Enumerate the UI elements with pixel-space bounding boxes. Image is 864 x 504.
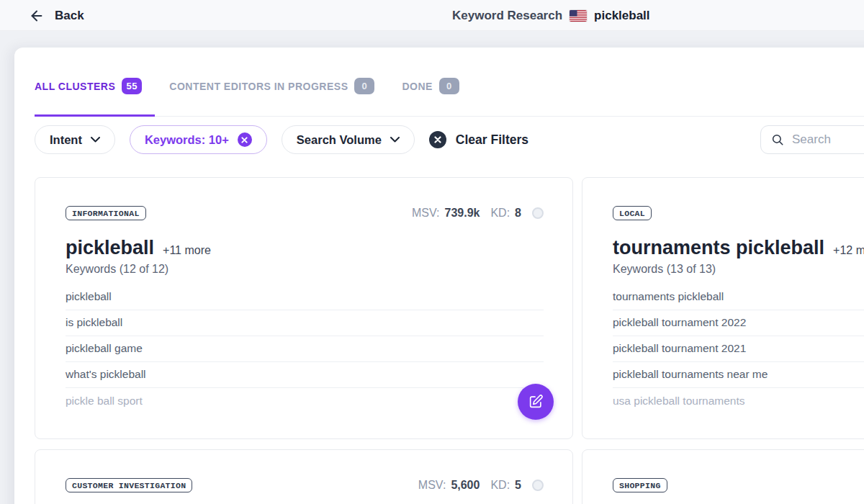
- page-title: Keyword Research: [452, 9, 562, 23]
- msv-value: 5,600: [451, 479, 480, 492]
- main-panel: ALL CLUSTERS 55 CONTENT EDITORS IN PROGR…: [14, 48, 864, 504]
- cluster-title: pickleball: [66, 237, 154, 259]
- kd-label: KD:: [490, 207, 510, 220]
- tab-label: CONTENT EDITORS IN PROGRESS: [169, 81, 348, 92]
- kd-ring-icon: [532, 207, 544, 219]
- keyword-row: pickleball: [66, 284, 544, 310]
- back-label: Back: [55, 9, 84, 23]
- search-input[interactable]: [792, 132, 864, 147]
- keyword-row: what's pickleball: [66, 362, 544, 388]
- keyword-list: tournaments pickleballpickleball tournam…: [613, 284, 864, 388]
- top-bar: Back Keyword Research pickleball: [0, 0, 864, 31]
- header-title-group: Keyword Research pickleball: [452, 0, 650, 31]
- edit-cluster-button[interactable]: [518, 384, 554, 420]
- filter-row: Intent Keywords: 10+ Search Volume: [35, 125, 864, 154]
- intent-filter-dropdown[interactable]: Intent: [35, 125, 115, 154]
- edit-pencil-icon: [528, 394, 544, 410]
- intent-filter-label: Intent: [50, 133, 82, 147]
- card-top-row: INFORMATIONAL MSV: 739.9k KD: 8: [66, 206, 544, 220]
- tabs-bar: ALL CLUSTERS 55 CONTENT EDITORS IN PROGR…: [35, 72, 864, 117]
- card-title-row: pickleball +11 more: [66, 237, 544, 259]
- card-top-row: SHOPPING: [613, 478, 864, 492]
- kd-label: KD:: [490, 479, 510, 492]
- keywords-count-label: Keywords (13 of 13): [613, 263, 864, 276]
- card-title-row: tournaments pickleball +12 more: [613, 237, 864, 259]
- search-volume-filter-dropdown[interactable]: Search Volume: [282, 125, 415, 154]
- tab-count-badge: 0: [354, 78, 374, 94]
- clear-filters-button[interactable]: Clear Filters: [429, 131, 528, 148]
- keyword-list: pickleballis pickleballpickleball gamewh…: [66, 284, 544, 388]
- card-top-row: LOCAL: [613, 206, 864, 220]
- cluster-title: tournaments pickleball: [613, 237, 824, 259]
- chevron-down-icon: [390, 137, 400, 143]
- tab-all-clusters[interactable]: ALL CLUSTERS 55: [35, 72, 155, 117]
- metrics-group: MSV: 739.9k KD: 8: [412, 207, 544, 220]
- intent-badge: SHOPPING: [613, 478, 667, 492]
- x-icon: [434, 136, 441, 143]
- msv-label: MSV:: [412, 207, 440, 220]
- keyword-row-faded: usa pickleball tournaments: [613, 388, 864, 414]
- search-volume-filter-label: Search Volume: [297, 133, 382, 147]
- metrics-group: MSV: 5,600 KD: 5: [418, 479, 544, 492]
- intent-badge: CUSTOMER INVESTIGATION: [66, 478, 192, 492]
- search-box[interactable]: [760, 125, 864, 154]
- search-icon: [771, 133, 784, 146]
- remove-keywords-filter-button[interactable]: [238, 132, 252, 147]
- card-top-row: CUSTOMER INVESTIGATION MSV: 5,600 KD: 5: [66, 478, 544, 492]
- tab-content-editors-in-progress[interactable]: CONTENT EDITORS IN PROGRESS 0: [169, 72, 387, 117]
- keyword-row: is pickleball: [66, 310, 544, 336]
- kd-value: 8: [515, 207, 521, 220]
- msv-label: MSV:: [418, 479, 446, 492]
- x-icon: [241, 137, 248, 143]
- keywords-filter-label: Keywords: 10+: [145, 133, 229, 147]
- keyword-row: tournaments pickleball: [613, 284, 864, 310]
- keyword-row: pickleball tournament 2021: [613, 336, 864, 362]
- back-button[interactable]: Back: [29, 0, 84, 31]
- tab-count-badge: 0: [439, 78, 459, 94]
- msv-value: 739.9k: [444, 207, 480, 220]
- tab-label: ALL CLUSTERS: [35, 81, 115, 92]
- clear-filters-label: Clear Filters: [456, 132, 528, 148]
- cluster-card-customer-investigation[interactable]: CUSTOMER INVESTIGATION MSV: 5,600 KD: 5: [35, 449, 573, 504]
- keyword-row: pickleball tournament 2022: [613, 310, 864, 336]
- keywords-filter-chip[interactable]: Keywords: 10+: [130, 125, 267, 154]
- back-arrow-icon: [29, 8, 45, 24]
- clear-filters-x-icon: [429, 131, 446, 148]
- cluster-card-pickleball[interactable]: INFORMATIONAL MSV: 739.9k KD: 8 pickleba…: [35, 177, 573, 439]
- intent-badge: INFORMATIONAL: [66, 206, 146, 220]
- cluster-card-tournaments-pickleball[interactable]: LOCAL tournaments pickleball +12 more Ke…: [582, 177, 864, 439]
- tab-done[interactable]: DONE 0: [402, 72, 472, 117]
- cluster-card-shopping[interactable]: SHOPPING: [582, 449, 864, 504]
- tab-count-badge: 55: [122, 78, 142, 94]
- intent-badge: LOCAL: [613, 206, 652, 220]
- kd-ring-icon: [532, 480, 544, 491]
- cluster-cards-grid: INFORMATIONAL MSV: 739.9k KD: 8 pickleba…: [35, 177, 864, 504]
- more-keywords-label: +12 more: [833, 244, 864, 257]
- chevron-down-icon: [91, 137, 100, 143]
- kd-value: 5: [515, 479, 521, 492]
- us-flag-icon: [570, 10, 587, 22]
- keyword-row-faded: pickle ball sport: [66, 388, 544, 414]
- keywords-count-label: Keywords (12 of 12): [66, 263, 544, 276]
- keyword-row: pickleball game: [66, 336, 544, 362]
- project-name: pickleball: [594, 9, 649, 23]
- keyword-row: pickleball tournaments near me: [613, 362, 864, 388]
- more-keywords-label: +11 more: [163, 244, 211, 257]
- tab-label: DONE: [402, 81, 432, 92]
